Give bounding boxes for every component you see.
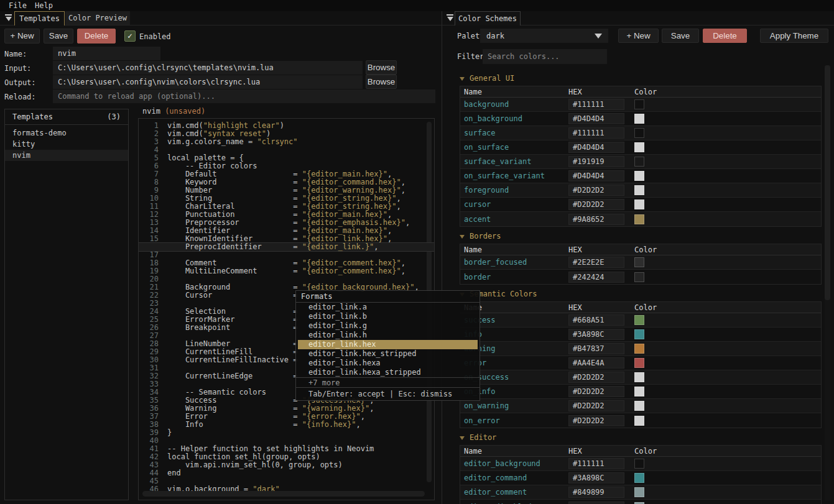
- hex-value-field[interactable]: #3A898C: [568, 329, 624, 340]
- color-row[interactable]: on_error#D2D2D2: [460, 413, 821, 428]
- template-list-item[interactable]: formats-demo: [5, 127, 128, 139]
- color-swatch[interactable]: [634, 128, 644, 138]
- new-palette-button[interactable]: + New: [618, 29, 659, 43]
- color-swatch[interactable]: [634, 272, 644, 282]
- color-row[interactable]: on_info#D2D2D2: [460, 385, 821, 399]
- new-template-button[interactable]: + New: [4, 29, 40, 44]
- color-row[interactable]: error#AA4E4A: [460, 356, 821, 370]
- popup-item[interactable]: editor_link.hexa: [296, 359, 480, 368]
- hex-value-field[interactable]: #D4D4D4: [568, 142, 624, 153]
- hex-value-field[interactable]: #849899: [568, 487, 624, 498]
- collapse-schemes-icon[interactable]: [447, 14, 453, 21]
- hex-value-field[interactable]: #D4D4D4: [568, 113, 624, 124]
- color-row[interactable]: on_background#D4D4D4: [460, 112, 821, 126]
- collapse-panel-icon[interactable]: [5, 14, 12, 21]
- popup-more-item[interactable]: +7 more: [296, 377, 480, 387]
- hex-value-field[interactable]: #111111: [568, 458, 624, 469]
- palette-dropdown[interactable]: dark: [480, 29, 608, 43]
- hex-value-field[interactable]: #D4D4D4: [568, 170, 624, 181]
- color-swatch[interactable]: [634, 329, 644, 339]
- color-row[interactable]: border#242424: [460, 270, 821, 284]
- color-row[interactable]: border_focused#2E2E2E: [460, 255, 821, 270]
- output-path-field[interactable]: [53, 75, 363, 89]
- save-palette-button[interactable]: Save: [662, 29, 699, 43]
- hex-value-field[interactable]: #D2D2D2: [568, 185, 624, 196]
- color-swatch[interactable]: [634, 344, 644, 354]
- color-swatch[interactable]: [634, 358, 644, 368]
- popup-item[interactable]: editor_link.g: [296, 321, 480, 331]
- template-list-item[interactable]: nvim: [5, 150, 128, 161]
- hex-value-field[interactable]: #111111: [568, 127, 624, 139]
- color-swatch[interactable]: [634, 99, 644, 109]
- name-input[interactable]: [53, 47, 160, 60]
- reload-command-field[interactable]: [53, 89, 435, 103]
- tab-templates[interactable]: Templates: [14, 11, 65, 25]
- popup-item[interactable]: editor_link.hex_stripped: [296, 349, 480, 359]
- hex-value-field[interactable]: #9A8652: [568, 214, 624, 225]
- popup-item[interactable]: editor_link.hexa_stripped: [296, 368, 480, 377]
- schemes-scrollbar-thumb[interactable]: [825, 65, 830, 300]
- hex-value-field[interactable]: #3A898C: [568, 472, 624, 483]
- popup-item[interactable]: editor_link.b: [296, 312, 480, 321]
- popup-item[interactable]: editor_link.a: [296, 303, 480, 312]
- tab-color-preview[interactable]: Color Preview: [65, 11, 130, 25]
- color-swatch[interactable]: [634, 157, 644, 167]
- color-row[interactable]: cursor#D2D2D2: [460, 198, 821, 212]
- color-row[interactable]: on_surface#D4D4D4: [460, 140, 821, 155]
- section-header[interactable]: General UI: [460, 74, 834, 83]
- color-swatch[interactable]: [634, 416, 644, 426]
- hex-value-field[interactable]: #849899: [568, 502, 624, 504]
- color-row[interactable]: on_warning#D2D2D2: [460, 399, 821, 413]
- hex-value-field[interactable]: #D2D2D2: [568, 400, 624, 411]
- color-swatch[interactable]: [634, 199, 644, 209]
- color-swatch[interactable]: [634, 114, 644, 124]
- color-swatch[interactable]: [634, 459, 644, 469]
- color-row[interactable]: editor_command#3A898C: [460, 471, 821, 485]
- color-swatch[interactable]: [634, 387, 644, 396]
- color-swatch[interactable]: [634, 171, 644, 181]
- color-row[interactable]: accent#9A8652: [460, 212, 821, 226]
- hex-value-field[interactable]: #191919: [568, 156, 624, 167]
- hex-value-field[interactable]: #AA4E4A: [568, 357, 624, 369]
- section-header[interactable]: Editor: [460, 433, 834, 442]
- color-swatch[interactable]: [634, 372, 644, 382]
- section-header[interactable]: Borders: [460, 232, 834, 241]
- color-swatch[interactable]: [634, 214, 644, 224]
- color-row[interactable]: on_surface_variant#D4D4D4: [460, 169, 821, 183]
- color-row[interactable]: info#3A898C: [460, 328, 821, 342]
- menu-file[interactable]: File: [9, 1, 27, 10]
- hex-value-field[interactable]: #668A51: [568, 314, 624, 326]
- color-row[interactable]: surface#111111: [460, 126, 821, 140]
- delete-palette-button[interactable]: Delete: [703, 29, 747, 43]
- enabled-checkbox[interactable]: ✓: [124, 30, 136, 42]
- color-swatch[interactable]: [634, 487, 644, 497]
- filter-input[interactable]: [483, 49, 607, 64]
- hex-value-field[interactable]: #B47837: [568, 343, 624, 354]
- browse-output-button[interactable]: Browse: [366, 75, 397, 89]
- save-template-button[interactable]: Save: [44, 29, 73, 44]
- hex-value-field[interactable]: #D2D2D2: [568, 415, 624, 426]
- template-list-item[interactable]: kitty: [5, 139, 128, 150]
- color-swatch[interactable]: [634, 473, 644, 483]
- browse-input-button[interactable]: Browse: [366, 60, 397, 75]
- delete-template-button[interactable]: Delete: [77, 29, 116, 44]
- input-path-field[interactable]: [53, 61, 363, 75]
- editor-horizontal-scrollbar[interactable]: [142, 491, 425, 497]
- color-row[interactable]: on_success#D2D2D2: [460, 370, 821, 385]
- hex-value-field[interactable]: #242424: [568, 272, 624, 283]
- color-swatch[interactable]: [634, 257, 644, 267]
- color-swatch[interactable]: [634, 142, 644, 152]
- apply-theme-button[interactable]: Apply Theme: [760, 29, 828, 43]
- color-swatch[interactable]: [634, 502, 644, 504]
- color-row[interactable]: foreground#D2D2D2: [460, 183, 821, 198]
- color-swatch[interactable]: [634, 401, 644, 411]
- color-row[interactable]: surface_variant#191919: [460, 155, 821, 169]
- color-row[interactable]: editor_comment#849899: [460, 485, 821, 500]
- tab-color-schemes[interactable]: Color Schemes: [455, 11, 521, 25]
- menu-help[interactable]: Help: [35, 1, 53, 10]
- popup-item-selected[interactable]: editor_link.hex: [298, 340, 478, 349]
- color-row[interactable]: warning#B47837: [460, 342, 821, 356]
- hex-value-field[interactable]: #111111: [568, 99, 624, 110]
- color-row[interactable]: editor_background#111111: [460, 457, 821, 471]
- section-header[interactable]: Semantic Colors: [460, 290, 834, 299]
